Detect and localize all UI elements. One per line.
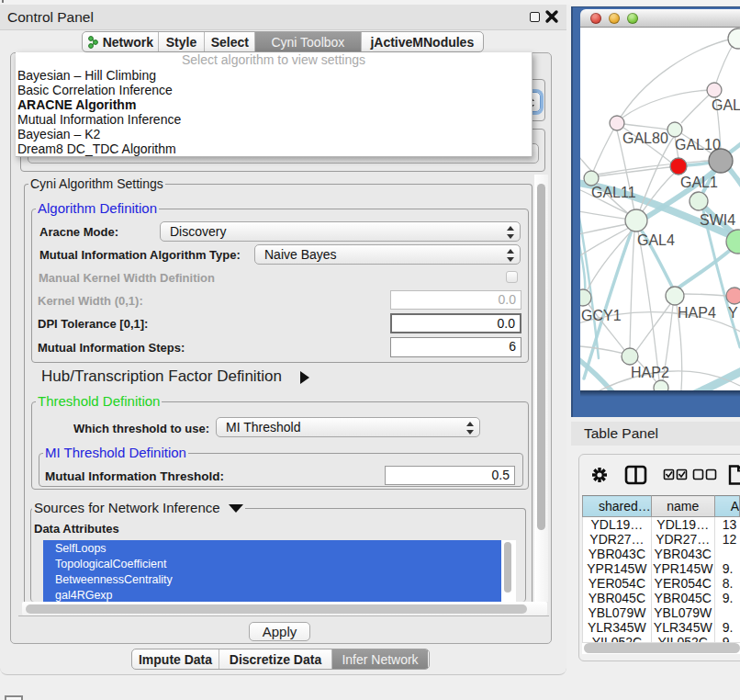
svg-text:GAL4: GAL4 (637, 232, 675, 248)
svg-text:GAL1: GAL1 (680, 175, 718, 190)
svg-text:GAL7: GAL7 (712, 97, 740, 113)
svg-text:Y: Y (728, 305, 738, 321)
svg-text:GAL11: GAL11 (591, 185, 636, 200)
svg-text:GCY1: GCY1 (581, 308, 622, 323)
svg-text:SWI4: SWI4 (700, 212, 735, 228)
svg-text:GAL80: GAL80 (622, 130, 668, 146)
svg-text:HAP4: HAP4 (678, 305, 716, 321)
svg-text:HAP2: HAP2 (631, 365, 669, 380)
svg-text:GAL10: GAL10 (675, 137, 721, 152)
